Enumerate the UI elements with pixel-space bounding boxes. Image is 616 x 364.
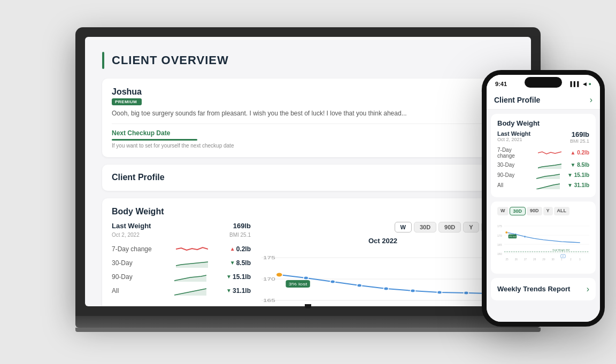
svg-text:3% lost: 3% lost: [509, 235, 517, 238]
phone-bw-last-group: Last Weight Oct 2, 2021: [497, 130, 530, 144]
client-name: Joshua: [112, 87, 142, 97]
phone-screen: Client Profile › Body Weight Last Weight…: [487, 90, 600, 322]
laptop-foot: [75, 328, 541, 332]
bw-7day-row: 7-Day change ▲ 0.2lb: [112, 244, 251, 254]
phone: 9:41 ▌▌▌ ◀ ● Client Profile › Body Weigh…: [482, 70, 605, 327]
bw-stats: Last Weight 169lb Oct 2, 2022 BMI 25.1 7…: [112, 222, 251, 306]
phone-time: 9:41: [495, 81, 507, 87]
svg-text:Goal Weight 162: Goal Weight 162: [552, 249, 570, 251]
laptop-base: [75, 316, 541, 328]
svg-text:1: 1: [561, 258, 563, 261]
phone-tab-30d[interactable]: 30D: [510, 207, 526, 215]
chart-tab-w[interactable]: W: [395, 222, 412, 233]
bw-chart: W 30D 90D Y ALL Oct 2022: [261, 222, 504, 306]
phone-tab-y[interactable]: Y: [543, 207, 553, 215]
phone-bw-val: 169lb: [570, 130, 589, 138]
bw-7day-val: ▲ 0.2lb: [230, 245, 251, 253]
laptop-body: CLIENT OVERVIEW Joshua PREMIUM 40m ago O…: [75, 27, 541, 316]
svg-text:P: P: [563, 255, 564, 257]
phone-bw-date: Oct 2, 2021: [497, 137, 530, 142]
svg-text:175: 175: [263, 255, 275, 260]
svg-text:165: 165: [497, 243, 502, 246]
client-profile-section[interactable]: Client Profile ›: [102, 165, 514, 191]
phone-all-sparkline: [536, 182, 560, 189]
checkup-hint: If you want to set for yourself the next…: [112, 143, 504, 149]
bw-30day-val: ▼ 8.5lb: [230, 259, 251, 267]
bw-all-label: All: [112, 287, 155, 295]
client-message-row: Oooh, big toe surgery sounds far from pl…: [112, 109, 504, 118]
phone-all-row: All ▼ 31.1lb: [497, 182, 589, 189]
phone-bw-top: Last Weight Oct 2, 2021 169lb BMI 25.1: [497, 130, 589, 144]
svg-point-24: [330, 280, 335, 283]
wifi-icon: ◀: [583, 81, 587, 87]
phone-7day-row: 7-Day change ▲ 0.2lb: [497, 147, 589, 159]
phone-header: Client Profile ›: [487, 90, 600, 110]
svg-text:29: 29: [542, 258, 545, 261]
phone-header-chevron: ›: [590, 95, 592, 105]
down-arrow-icon-3: ▼: [226, 288, 232, 293]
phone-90day-val: ▼ 15.1lb: [567, 172, 589, 178]
bw-all-sparkline: [174, 286, 206, 296]
phone-tab-90d[interactable]: 90D: [527, 207, 542, 215]
chart-tab-y[interactable]: Y: [463, 222, 479, 233]
checkup-row: Next Checkup Date If you want to set for…: [112, 123, 504, 149]
phone-weekly-trends-label: Weekly Trends Report: [497, 285, 570, 293]
svg-text:175: 175: [497, 224, 502, 228]
chart-tab-30d[interactable]: 30D: [414, 222, 436, 233]
phone-chart-section: W 30D 90D Y ALL 175 170: [491, 202, 596, 274]
checkup-label: Next Checkup Date: [112, 129, 504, 137]
phone-tab-w[interactable]: W: [497, 207, 509, 215]
client-message: Oooh, big toe surgery sounds far from pl…: [112, 110, 490, 117]
phone-90day-label: 90-Day: [497, 172, 529, 178]
page-title-row: CLIENT OVERVIEW: [102, 52, 514, 69]
chart-month-title: Oct 2022: [261, 237, 504, 245]
svg-point-27: [410, 289, 415, 292]
phone-bw-title: Body Weight: [497, 119, 589, 127]
up-arrow-icon: ▲: [230, 246, 235, 252]
bw-90day-row: 90-Day ▼ 15.1lb: [112, 272, 251, 282]
phone-30day-label: 30-Day: [497, 162, 529, 168]
body-weight-section: Body Weight Last Weight 169lb Oct 2, 202…: [102, 198, 514, 306]
phone-90day-sparkline: [536, 172, 560, 179]
phone-bw-bmi: BMI 25.1: [570, 138, 589, 144]
phone-30day-val: ▼ 8.5lb: [571, 162, 589, 168]
checkup-bar: [112, 139, 197, 141]
chart-svg: 175 170 165 160 25 26 27 28 29 30: [261, 247, 504, 306]
phone-weekly-trends-chevron: ›: [587, 284, 589, 294]
down-arrow-icon: ▼: [230, 260, 235, 266]
svg-point-23: [304, 276, 309, 280]
bw-90day-sparkline: [174, 272, 206, 282]
svg-text:160: 160: [497, 252, 502, 255]
bw-main-row: Last Weight 169lb Oct 2, 2022 BMI 25.1 7…: [112, 222, 504, 306]
down-arrow-icon-2: ▼: [226, 274, 232, 280]
chart-tab-90d[interactable]: 90D: [438, 222, 461, 233]
premium-badge: PREMIUM: [112, 98, 142, 105]
bw-7day-sparkline: [176, 244, 208, 254]
svg-text:170: 170: [263, 276, 275, 281]
bw-last-label: Last Weight: [112, 222, 151, 230]
bw-all-row: All ▼ 31.1lb: [112, 286, 251, 296]
signal-icon: ▌▌▌: [570, 81, 580, 87]
laptop-screen: CLIENT OVERVIEW Joshua PREMIUM 40m ago O…: [85, 37, 531, 306]
phone-bw-last-label: Last Weight: [497, 130, 530, 137]
phone-7day-val: ▲ 0.2lb: [571, 150, 589, 156]
bw-last-row: Last Weight 169lb: [112, 222, 251, 230]
phone-tab-all[interactable]: ALL: [554, 207, 570, 215]
bw-90day-val: ▼ 15.1lb: [226, 273, 251, 281]
phone-7day-label: 7-Day change: [497, 147, 529, 159]
bw-all-val: ▼ 31.1lb: [226, 287, 251, 295]
svg-text:27: 27: [524, 258, 527, 261]
phone-body-weight-section: Body Weight Last Weight Oct 2, 2021 169l…: [491, 114, 596, 197]
bw-date: Oct 2, 2022: [112, 232, 140, 238]
phone-chart-svg: 175 170 165 160 25 26 27 28 29 30 1 2 3: [497, 218, 589, 266]
phone-all-label: All: [497, 182, 529, 188]
bw-last-value: 169lb: [233, 222, 251, 230]
screen-content: CLIENT OVERVIEW Joshua PREMIUM 40m ago O…: [85, 37, 531, 306]
svg-text:28: 28: [533, 258, 536, 261]
client-card: Joshua PREMIUM 40m ago Oooh, big toe sur…: [102, 79, 514, 157]
svg-text:3% lost: 3% lost: [289, 282, 307, 286]
phone-weekly-trends-row[interactable]: Weekly Trends Report ›: [491, 278, 596, 300]
svg-point-26: [384, 287, 389, 290]
svg-text:26: 26: [515, 258, 518, 261]
page-title-border: [102, 52, 104, 69]
